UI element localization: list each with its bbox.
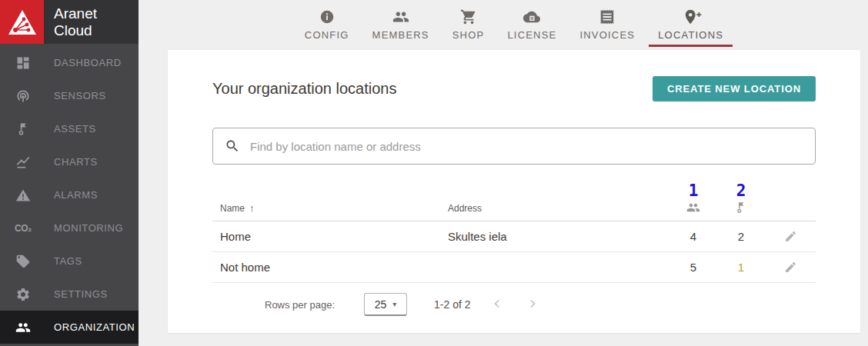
table-row[interactable]: Home Skultes iela 4 2	[212, 221, 816, 252]
sidebar-item-label: ALARMS	[54, 189, 98, 201]
cart-icon	[460, 8, 477, 25]
tab-label: CONFIG	[305, 29, 349, 41]
tag-icon	[15, 253, 32, 270]
location-address: Skultes iela	[440, 230, 669, 243]
sidebar-item-sensors[interactable]: SENSORS	[0, 79, 139, 112]
sidebar-item-label: CHARTS	[54, 156, 98, 168]
tab-label: LICENSE	[507, 29, 556, 41]
people-icon	[15, 319, 32, 336]
tab-license[interactable]: LICENSE	[498, 0, 566, 47]
flag-icon	[15, 121, 32, 138]
annotation-2: 2	[736, 182, 746, 199]
organization-tabs: CONFIG MEMBERS SHOP LICENSE INVOICES LOC…	[139, 0, 868, 50]
assets-count: 2	[717, 230, 765, 243]
search-icon	[225, 138, 240, 154]
column-header-address[interactable]: Address	[440, 203, 669, 221]
table-header-row: Name↑ Address 1 2	[212, 182, 816, 221]
next-page-button[interactable]	[525, 296, 542, 313]
edit-location-button[interactable]	[781, 228, 800, 246]
tab-config[interactable]: CONFIG	[295, 0, 359, 47]
pagination: Rows per page: 25 ▾ 1-2 of 2	[257, 293, 771, 316]
sidebar-item-label: SENSORS	[54, 90, 106, 101]
location-name: Home	[212, 230, 440, 243]
tab-label: LOCATIONS	[658, 29, 723, 41]
column-header-address-label: Address	[448, 203, 482, 214]
sidebar-item-label: ORGANIZATION	[54, 321, 135, 333]
rows-per-page-value: 25	[375, 298, 387, 311]
tab-label: MEMBERS	[372, 29, 429, 41]
app-title: Aranet Cloud	[54, 0, 97, 44]
location-search	[212, 128, 816, 165]
annotation-1: 1	[689, 182, 699, 199]
flag-icon	[734, 201, 748, 215]
sidebar-item-monitoring[interactable]: CO₂ MONITORING	[0, 211, 139, 245]
locations-table: Name↑ Address 1 2 Home Skultes iela	[212, 182, 816, 316]
tab-locations[interactable]: LOCATIONS	[649, 0, 733, 47]
dashboard-icon	[15, 55, 32, 72]
column-header-members[interactable]: 1	[669, 182, 717, 221]
tab-label: SHOP	[452, 29, 485, 41]
search-input[interactable]	[249, 139, 803, 154]
sidebar-item-label: MONITORING	[54, 222, 123, 234]
assets-count: 1	[717, 261, 765, 274]
sidebar-item-dashboard[interactable]: DASHBOARD	[0, 46, 139, 79]
sidebar-item-assets[interactable]: ASSETS	[0, 112, 139, 145]
location-add-icon	[683, 8, 699, 25]
receipt-icon	[599, 8, 616, 25]
column-header-name[interactable]: Name↑	[212, 202, 440, 221]
previous-page-button[interactable]	[489, 296, 506, 313]
sidebar-item-charts[interactable]: CHARTS	[0, 145, 139, 178]
sidebar-item-organization[interactable]: ORGANIZATION	[0, 311, 139, 344]
panel-header: Your organization locations CREATE NEW L…	[212, 76, 816, 101]
sidebar-item-label: SETTINGS	[54, 288, 108, 300]
rows-per-page-select[interactable]: 25 ▾	[364, 293, 407, 316]
sidebar: Aranet Cloud DASHBOARD SENSORS	[0, 0, 139, 346]
create-location-button[interactable]: CREATE NEW LOCATION	[653, 76, 816, 101]
chart-icon	[15, 154, 32, 171]
members-count: 4	[669, 230, 717, 243]
members-count: 5	[669, 261, 717, 274]
edit-location-button[interactable]	[781, 258, 800, 277]
sidebar-item-settings[interactable]: SETTINGS	[0, 278, 139, 311]
members-icon	[686, 201, 700, 215]
sidebar-item-label: DASHBOARD	[54, 57, 122, 68]
warning-icon	[15, 187, 32, 204]
pagination-range: 1-2 of 2	[434, 298, 470, 311]
aranet-logo-icon	[0, 0, 44, 44]
app-logo: Aranet Cloud	[0, 0, 139, 44]
tab-invoices[interactable]: INVOICES	[570, 0, 644, 47]
tab-label: INVOICES	[579, 29, 635, 41]
people-icon	[392, 8, 409, 25]
co2-icon: CO₂	[15, 220, 32, 237]
app-title-line2: Cloud	[54, 22, 97, 39]
pencil-icon	[784, 230, 797, 243]
sensors-icon	[15, 88, 32, 105]
sidebar-menu: DASHBOARD SENSORS ASSETS CHARTS	[0, 44, 139, 344]
pencil-icon	[784, 261, 797, 274]
column-header-assets[interactable]: 2	[717, 182, 765, 221]
sort-ascending-icon: ↑	[249, 202, 255, 214]
column-header-name-label: Name	[220, 203, 245, 214]
app-title-line1: Aranet	[54, 5, 97, 22]
tab-shop[interactable]: SHOP	[443, 0, 494, 47]
locations-panel: Your organization locations CREATE NEW L…	[168, 50, 860, 333]
caret-down-icon: ▾	[392, 300, 396, 308]
sidebar-item-alarms[interactable]: ALARMS	[0, 178, 139, 211]
cloud-icon	[523, 8, 540, 25]
rows-per-page-label: Rows per page:	[265, 299, 335, 311]
table-row[interactable]: Not home 5 1	[212, 252, 816, 283]
gear-icon	[15, 286, 32, 303]
page-title: Your organization locations	[212, 80, 396, 98]
sidebar-item-label: TAGS	[54, 255, 82, 267]
info-icon	[319, 8, 336, 25]
location-name: Not home	[212, 261, 440, 274]
sidebar-item-tags[interactable]: TAGS	[0, 245, 139, 278]
sidebar-item-label: ASSETS	[54, 123, 96, 135]
tab-members[interactable]: MEMBERS	[363, 0, 439, 47]
